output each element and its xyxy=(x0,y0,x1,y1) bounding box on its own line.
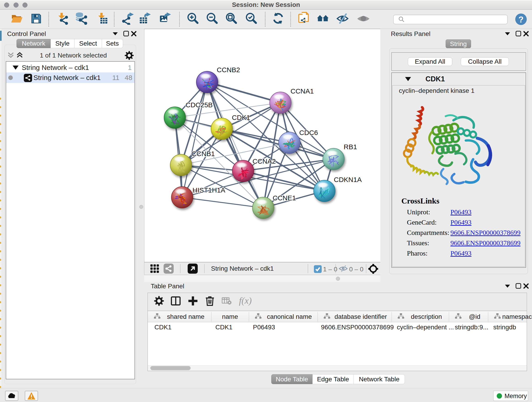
svg-text:CCNB1: CCNB1 xyxy=(191,150,215,157)
svg-text:CCNA1: CCNA1 xyxy=(291,87,314,95)
svg-text:CCNA2: CCNA2 xyxy=(253,157,276,165)
svg-text:?: ? xyxy=(519,15,524,24)
svg-text:CDC25B: CDC25B xyxy=(186,101,213,109)
svg-text:CCNB2: CCNB2 xyxy=(217,66,240,74)
svg-text:RB1: RB1 xyxy=(344,143,357,151)
svg-text:CCNE1: CCNE1 xyxy=(273,194,296,202)
svg-text:HIST1H1A: HIST1H1A xyxy=(192,186,225,194)
svg-text:CDK1: CDK1 xyxy=(232,114,250,121)
svg-text:CDC6: CDC6 xyxy=(299,129,318,136)
svg-text:CDKN1A: CDKN1A xyxy=(334,176,362,183)
